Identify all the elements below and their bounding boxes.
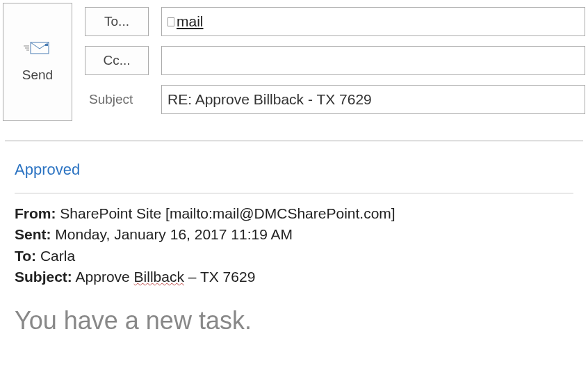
to-meta-label: To: [15, 248, 36, 264]
quote-to: To: Carla [15, 246, 573, 267]
send-envelope-icon [24, 41, 51, 55]
reply-text: Approved [15, 161, 573, 179]
to-input[interactable]: mail [161, 7, 585, 36]
compose-header: Send To... mail Cc... Subject [0, 0, 588, 127]
cc-row: Cc... [85, 46, 585, 75]
svg-rect-1 [45, 44, 48, 46]
fields-column: To... mail Cc... Subject [85, 3, 585, 124]
to-meta-value: Carla [40, 248, 75, 264]
subject-input-wrapper[interactable] [161, 85, 585, 114]
cc-button[interactable]: Cc... [85, 46, 149, 75]
to-button[interactable]: To... [85, 7, 149, 36]
subject-row: Subject [85, 85, 585, 114]
quote-sent: Sent: Monday, January 16, 2017 11:19 AM [15, 224, 573, 245]
to-row: To... mail [85, 7, 585, 36]
sent-label: Sent: [15, 226, 51, 242]
message-body[interactable]: Approved From: SharePoint Site [mailto:m… [5, 141, 583, 345]
task-heading: You have a new task. [15, 306, 573, 335]
subject-suffix: – TX 7629 [184, 269, 255, 285]
from-value: SharePoint Site [mailto:mail@DMCSharePoi… [60, 205, 395, 221]
quote-divider [15, 193, 573, 193]
send-button[interactable]: Send [3, 3, 72, 121]
subject-input[interactable] [168, 91, 579, 108]
subject-prefix: Approve [76, 269, 134, 285]
quote-from: From: SharePoint Site [mailto:mail@DMCSh… [15, 203, 573, 224]
recipient-chip[interactable]: mail [168, 13, 204, 30]
sent-value: Monday, January 16, 2017 11:19 AM [55, 226, 293, 242]
cc-input[interactable] [161, 46, 585, 75]
recipient-name: mail [177, 13, 204, 30]
send-label: Send [22, 68, 53, 83]
presence-icon [168, 17, 174, 26]
quote-subject: Subject: Approve Billback – TX 7629 [15, 267, 573, 287]
from-label: From: [15, 205, 56, 221]
subject-label: Subject [85, 92, 149, 107]
subject-squiggle: Billback [134, 269, 184, 285]
subject-meta-label: Subject: [15, 269, 72, 285]
